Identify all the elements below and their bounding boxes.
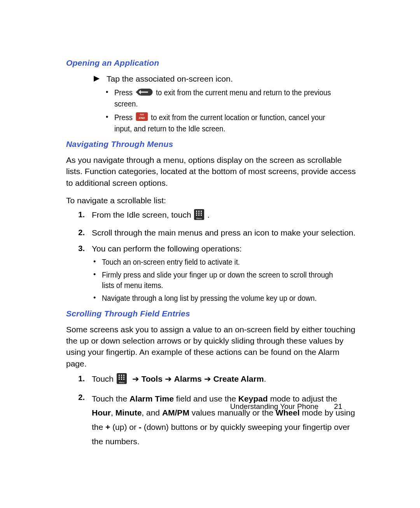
bold-minute: Minute [116, 408, 142, 417]
text: . [207, 210, 210, 219]
text: , [111, 408, 116, 417]
svg-rect-16 [198, 215, 200, 216]
svg-rect-28 [123, 379, 124, 380]
svg-text:Menu: Menu [119, 381, 124, 384]
arrow-glyph-icon: ➔ [132, 374, 139, 383]
text: Touch the [92, 394, 130, 403]
svg-rect-23 [119, 377, 120, 378]
heading-opening-application: Opening an Application [66, 58, 358, 68]
text-press: Press [114, 88, 133, 97]
step-from-idle: From the Idle screen, touch Menu [92, 209, 358, 223]
bold-keypad: Keypad [238, 394, 268, 403]
heading-navigating-menus: Navigating Through Menus [66, 140, 358, 149]
press-end-instruction: Press PWR END to exit from the current l… [114, 112, 338, 134]
step-alarm-time-instruction: Touch the Alarm Time field and use the K… [92, 392, 358, 449]
list-number: 1. [66, 209, 92, 220]
bullet-icon: • [106, 87, 114, 97]
sub-firmly-press: Firmly press and slide your finger up or… [102, 270, 337, 291]
step-operations: You can perform the following operations… [92, 243, 358, 254]
press-back-instruction: Press to exit from the current menu and … [114, 87, 338, 109]
nav-prompt: To navigate a scrollable list: [66, 195, 358, 206]
step-scroll-main: Scroll through the main menus and press … [92, 227, 358, 238]
svg-text:Menu: Menu [197, 217, 202, 220]
sub-touch-field: Touch an on-screen entry field to activa… [102, 257, 337, 267]
footer-section-title: Understanding Your Phone [230, 402, 318, 411]
text: mode to adjust the [268, 394, 338, 403]
page: Opening an Application Tap the associate… [0, 0, 420, 508]
text: field and use the [174, 394, 238, 403]
text: (up) or [110, 422, 139, 431]
text: Touch [92, 374, 114, 383]
section-scrolling-fields: Scrolling Through Field Entries Some scr… [66, 309, 358, 449]
svg-rect-26 [119, 379, 120, 380]
triangle-bullet-icon [82, 73, 107, 84]
bold-alarm-time: Alarm Time [130, 394, 174, 403]
list-number: 1. [66, 373, 92, 384]
step-touch-menu-path: Touch Menu ➔ Tools [92, 373, 358, 387]
text: , and [142, 408, 162, 417]
svg-rect-9 [196, 211, 197, 212]
svg-text:PWR: PWR [140, 114, 144, 116]
section-navigating-menus: Navigating Through Menus As you navigate… [66, 140, 358, 304]
bullet-icon: • [106, 112, 114, 122]
arrow-glyph-icon: ➔ [165, 374, 172, 383]
svg-rect-4 [141, 91, 148, 93]
sub-volume-key: Navigate through a long list by pressing… [102, 293, 337, 304]
bold-hour: Hour [92, 408, 111, 417]
section-opening-application: Opening an Application Tap the associate… [66, 58, 358, 134]
heading-scrolling-fields: Scrolling Through Field Entries [66, 309, 358, 318]
svg-rect-17 [201, 215, 202, 216]
back-key-icon [136, 88, 153, 99]
path-create-alarm: Create Alarm [213, 374, 264, 383]
list-number: 2. [66, 227, 92, 238]
svg-rect-13 [198, 213, 200, 214]
text-press: Press [114, 113, 133, 122]
bold-plus: + [105, 422, 110, 431]
svg-rect-22 [123, 375, 124, 376]
bullet-icon: • [93, 257, 102, 267]
svg-rect-25 [123, 377, 124, 378]
menu-key-icon: Menu [117, 373, 127, 387]
svg-rect-14 [201, 213, 202, 214]
svg-rect-27 [121, 379, 122, 380]
svg-rect-11 [201, 211, 202, 212]
bold-minus: - [139, 422, 142, 431]
svg-rect-12 [196, 213, 197, 214]
page-footer: Understanding Your Phone 21 [230, 402, 342, 411]
svg-rect-21 [121, 375, 122, 376]
bold-ampm: AM/PM [162, 408, 189, 417]
path-alarms: Alarms [174, 374, 202, 383]
list-number: 3. [66, 243, 92, 254]
path-tools: Tools [141, 374, 162, 383]
svg-text:END: END [139, 116, 145, 120]
list-number: 2. [66, 392, 92, 403]
text: From the Idle screen, touch [92, 210, 191, 219]
arrow-glyph-icon: ➔ [204, 374, 211, 383]
menu-key-icon: Menu [194, 209, 204, 223]
scrolling-intro: Some screens ask you to assign a value t… [66, 324, 358, 370]
svg-marker-0 [94, 76, 100, 82]
svg-rect-10 [198, 211, 200, 212]
bullet-icon: • [93, 293, 102, 303]
svg-rect-20 [119, 375, 120, 376]
footer-page-number: 21 [334, 402, 342, 411]
tap-icon-instruction: Tap the associated on-screen icon. [107, 73, 358, 84]
svg-rect-15 [196, 215, 197, 216]
bullet-icon: • [93, 270, 102, 279]
end-key-icon: PWR END [136, 112, 148, 124]
navigating-intro: As you navigate through a menu, options … [66, 154, 358, 189]
svg-rect-24 [121, 377, 122, 378]
